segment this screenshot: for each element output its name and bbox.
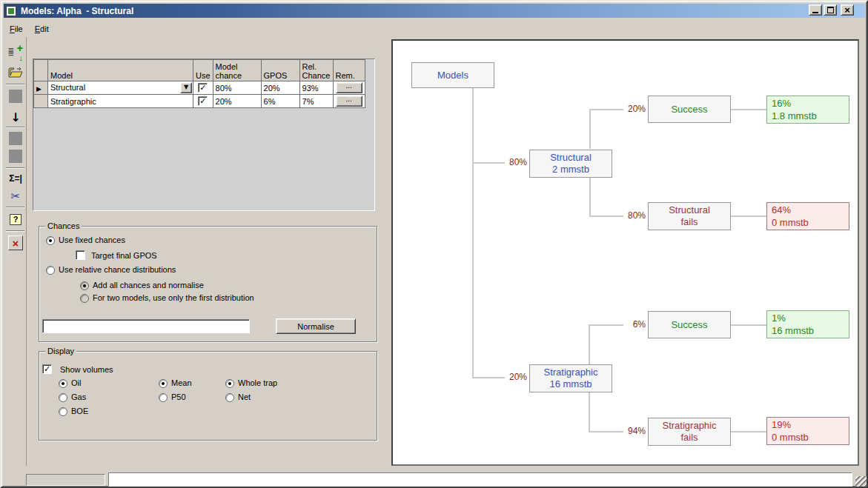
titlebar[interactable]: Models: Alpha - Structural [4,4,865,18]
remarks-button[interactable]: ... [336,82,362,93]
move-down-button[interactable]: ↓ [7,108,24,126]
p50-radio[interactable] [159,393,168,402]
add-all-chances-label[interactable]: Add all chances and normalise [93,281,204,290]
oil-label[interactable]: Oil [71,378,81,387]
use-relative-chance-radio[interactable] [46,266,55,275]
use-fixed-chances-radio[interactable] [46,236,55,245]
app-icon [6,6,16,16]
tree-line [589,324,590,364]
oil-radio[interactable] [59,379,67,388]
net-label[interactable]: Net [238,392,251,401]
sum-button[interactable]: Σ=| [7,170,24,187]
help-icon: ? [10,214,21,225]
whole-trap-label[interactable]: Whole trap [238,378,277,387]
model-chance-cell[interactable]: 80% [213,81,261,95]
minimize-icon [812,12,818,13]
use-checkbox[interactable]: ✓ [198,83,208,93]
close-icon: × [844,6,850,14]
row-selector[interactable]: ▶ [34,81,48,95]
gas-label[interactable]: Gas [71,392,86,401]
use-relative-chance-label[interactable]: Use relative chance distributions [59,265,176,274]
tree-panel: Models 80% Structural2 mmstb 20% Success… [391,39,859,466]
tree-node-stratigraphic-success[interactable]: Success [648,311,731,338]
close-button[interactable]: × [841,4,854,16]
toolbar-separator [6,127,24,128]
tree-node-structural[interactable]: Structural2 mmstb [529,150,612,178]
result-structural-success[interactable]: 16% 1.8 mmstb [766,96,849,124]
menu-edit[interactable]: Edit [29,23,55,35]
target-final-gpos-checkbox[interactable] [76,250,85,260]
mean-radio[interactable] [159,379,168,388]
result-stratigraphic-fails[interactable]: 19% 0 mmstb [766,417,849,445]
mean-label[interactable]: Mean [171,378,192,387]
first-distribution-label[interactable]: For two models, use only the first distr… [93,293,254,302]
gpos-cell[interactable]: 20% [261,81,299,95]
chance-value-input[interactable] [42,319,250,333]
tree-node-stratigraphic[interactable]: Stratigraphic16 mmstb [529,364,612,392]
normalise-button[interactable]: Normalise [276,318,356,334]
app-window: Models: Alpha - Structural × File Edit ≡… [0,0,868,488]
use-checkbox[interactable]: ✓ [198,96,208,106]
result-stratigraphic-success[interactable]: 1% 16 mmstb [766,310,849,338]
boe-label[interactable]: BOE [71,407,88,415]
open-folder-icon [8,67,23,78]
table-header-row: Model Use Model chance GPOS Rel. Chance … [34,60,365,81]
header-selector [34,60,48,81]
delete-button[interactable]: × [7,234,24,252]
show-volumes-checkbox[interactable]: ✓ [42,364,52,374]
resize-grip[interactable] [855,476,867,487]
tree-node-models[interactable]: Models [411,62,494,88]
whole-trap-radio[interactable] [225,379,234,388]
gas-radio[interactable] [59,393,67,402]
branch-pct-structural-success: 20% [616,104,646,114]
add-model-button[interactable]: ≡≡ + ↓ [7,44,24,61]
toolbar-separator [6,167,24,169]
remarks-button[interactable]: ... [336,96,362,107]
open-button[interactable] [7,64,24,81]
add-model-icon: ≡≡ + ↓ [8,45,23,60]
boe-radio[interactable] [59,407,67,416]
menu-file[interactable]: File [4,23,29,35]
add-all-chances-radio[interactable] [80,281,89,290]
blank-icon [9,90,22,103]
model-chance-cell[interactable]: 20% [213,95,261,108]
maximize-button[interactable] [824,4,837,16]
tree-line [729,109,766,110]
tree-line [729,324,766,326]
tree-node-structural-success[interactable]: Success [648,96,731,123]
rel-chance-cell[interactable]: 93% [299,81,333,95]
row-selector[interactable] [34,95,48,108]
header-rem: Rem. [333,60,365,81]
rel-chance-cell[interactable]: 7% [299,95,333,108]
cut-button[interactable]: ✂ [7,187,24,205]
model-grid: Model Use Model chance GPOS Rel. Chance … [33,59,375,211]
tree-line [729,431,766,432]
left-toolbar: ≡≡ + ↓ ↓ Σ=| ✂ ? × [4,37,27,466]
gpos-cell[interactable]: 6% [261,95,299,108]
model-dropdown-button[interactable]: ▼ [180,82,192,93]
net-radio[interactable] [225,393,234,402]
header-model: Model [48,60,193,81]
cut-scissors-icon: ✂ [11,190,21,203]
first-distribution-radio[interactable] [80,294,89,303]
tree-node-structural-fails[interactable]: Structuralfails [648,202,731,230]
minimize-button[interactable] [809,4,822,16]
down-arrow-icon: ↓ [10,110,20,124]
tree-node-stratigraphic-fails[interactable]: Stratigraphicfails [648,418,731,446]
tree-line [589,109,591,149]
table-row: Stratigraphic ✓ 20% 6% 7% ... [34,95,365,108]
header-gpos: GPOS [261,60,299,81]
help-button[interactable]: ? [7,210,24,228]
model-cell[interactable]: ▼ Structural [48,81,193,95]
model-cell[interactable]: Stratigraphic [48,95,193,108]
target-final-gpos-label[interactable]: Target final GPOS [91,251,157,260]
p50-label[interactable]: P50 [171,392,186,401]
result-structural-fails[interactable]: 64% 0 mmstb [766,202,849,230]
header-use: Use [193,60,213,81]
use-fixed-chances-label[interactable]: Use fixed chances [59,235,125,244]
tree-line [472,87,474,378]
show-volumes-label[interactable]: Show volumes [60,365,113,374]
disabled-tool-button-1 [7,87,24,105]
disabled-tool-button-3 [7,147,24,165]
check-icon: ✓ [199,97,206,105]
